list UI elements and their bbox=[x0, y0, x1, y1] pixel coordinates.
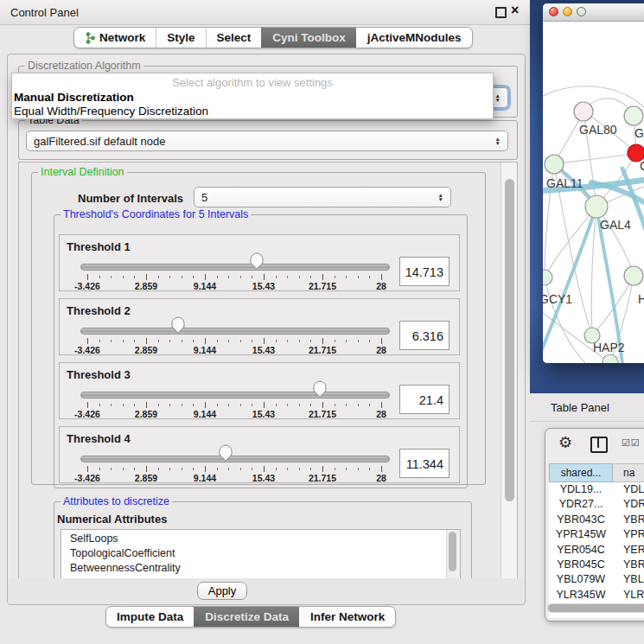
apply-row: Apply bbox=[8, 578, 523, 603]
slider-ticks bbox=[80, 274, 388, 281]
network-edge[interactable] bbox=[543, 86, 644, 108]
network-node[interactable] bbox=[624, 266, 643, 285]
close-traffic-light-icon[interactable] bbox=[549, 7, 558, 16]
tab-style[interactable]: Style bbox=[156, 28, 205, 48]
threshold-value-field[interactable]: 11.344 bbox=[399, 449, 450, 478]
tab-infer-network[interactable]: Infer Network bbox=[299, 607, 395, 627]
slider-thumb[interactable] bbox=[312, 380, 328, 398]
threshold-value-field[interactable]: 21.4 bbox=[399, 385, 450, 414]
table-row[interactable]: YBR043CYBR0 bbox=[549, 513, 644, 527]
table-row[interactable]: YLR345WYLR3 bbox=[549, 588, 644, 603]
attribute-item[interactable]: TopologicalCoefficient bbox=[61, 546, 446, 561]
threshold-4-panel: Threshold 4-3.4262.8599.14415.4321.71528… bbox=[59, 426, 460, 483]
table-data-group: Table Data galFiltered.sif default node … bbox=[18, 120, 518, 160]
list-scrollbar[interactable] bbox=[446, 530, 460, 579]
slider-thumb[interactable] bbox=[249, 252, 265, 270]
gear-icon[interactable]: ⚙ bbox=[558, 433, 572, 452]
table-data-value: galFiltered.sif default node bbox=[34, 135, 165, 148]
tab-cyni-toolbox[interactable]: Cyni Toolbox bbox=[261, 28, 356, 48]
table-row[interactable]: YDR27...YDR2 bbox=[549, 497, 644, 512]
bottom-tab-bar: Impute Data Discretize Data Infer Networ… bbox=[105, 606, 396, 628]
tab-jactivemnodules[interactable]: jActiveMNodules bbox=[356, 28, 472, 48]
slider-track[interactable] bbox=[80, 456, 390, 462]
table-hscrollbar[interactable] bbox=[547, 603, 644, 613]
threshold-label: Threshold 1 bbox=[67, 240, 131, 253]
table-row[interactable]: YPR145WYPR1 bbox=[549, 527, 644, 542]
column-header-shared[interactable]: shared... bbox=[549, 463, 613, 482]
apply-button[interactable]: Apply bbox=[197, 582, 247, 600]
combo-stepper-icon: ▲▼ bbox=[490, 137, 501, 146]
list-scrollbar-thumb[interactable] bbox=[449, 532, 456, 571]
option-manual-discretization[interactable]: Manual Discretization bbox=[14, 91, 134, 104]
attribute-item[interactable]: SelfLoops bbox=[61, 532, 446, 546]
top-tab-bar: Network Style Select Cyni Toolbox jActiv… bbox=[73, 27, 473, 48]
network-canvas[interactable]: GAL80GAGAL11CGAL4GCY1HHAP2 bbox=[543, 22, 644, 363]
network-node[interactable] bbox=[543, 270, 552, 285]
slider-track[interactable] bbox=[80, 264, 390, 271]
network-edge[interactable] bbox=[591, 207, 596, 335]
threshold-label: Threshold 4 bbox=[67, 432, 131, 445]
screen: Control Panel × Network Style Select Cyn… bbox=[0, 0, 644, 644]
node-label: GAL11 bbox=[546, 176, 583, 190]
close-icon[interactable]: × bbox=[511, 3, 519, 18]
node-label: C bbox=[640, 159, 644, 173]
tab-impute-data[interactable]: Impute Data bbox=[106, 607, 194, 627]
tab-network[interactable]: Network bbox=[74, 28, 156, 48]
control-panel: Control Panel × Network Style Select Cyn… bbox=[0, 0, 530, 644]
attribute-item[interactable]: BetweennessCentrality bbox=[61, 561, 446, 576]
settings-scrollbar[interactable] bbox=[501, 163, 518, 578]
table-header-row: shared... na bbox=[549, 463, 644, 482]
network-edge[interactable] bbox=[545, 277, 591, 363]
node-label: GAL4 bbox=[600, 218, 631, 232]
number-of-intervals-value: 5 bbox=[201, 191, 207, 204]
network-node[interactable] bbox=[545, 155, 564, 174]
threshold-value-field[interactable]: 6.316 bbox=[399, 321, 450, 350]
number-of-intervals-combobox[interactable]: 5 ▲▼ bbox=[194, 187, 451, 207]
network-view-window[interactable]: GAL80GAGAL11CGAL4GCY1HHAP2 bbox=[543, 3, 644, 363]
cyni-toolbox-panel: Discretization Algorithm ▲▼ Table Data g… bbox=[7, 54, 526, 605]
threshold-coordinates-title: Threshold's Coordinates for 5 Intervals bbox=[61, 208, 251, 220]
combo-stepper-icon: ▲▼ bbox=[433, 193, 443, 202]
table-panel-window: ⚙ ☑☑ shared... na YDL19...YDL1YDR27...YD… bbox=[545, 428, 644, 622]
table-row[interactable]: YDL19...YDL1 bbox=[549, 482, 644, 497]
slider-thumb[interactable] bbox=[218, 444, 233, 462]
minimize-traffic-light-icon[interactable] bbox=[563, 7, 572, 16]
network-node[interactable] bbox=[585, 195, 608, 218]
numerical-attributes-list[interactable]: SelfLoopsTopologicalCoefficientBetweenne… bbox=[61, 529, 461, 579]
network-edge[interactable] bbox=[554, 153, 636, 164]
node-label: H bbox=[638, 292, 644, 306]
network-node[interactable] bbox=[574, 102, 593, 121]
table-data-combobox[interactable]: galFiltered.sif default node ▲▼ bbox=[26, 131, 508, 151]
table-row[interactable]: YER054CYER0 bbox=[549, 543, 644, 558]
slider-scale-labels: -3.4262.8599.14415.4321.71528 bbox=[80, 409, 388, 419]
slider-thumb[interactable] bbox=[170, 316, 186, 334]
settings-scrollbar-thumb[interactable] bbox=[505, 179, 514, 501]
algorithm-placeholder-option[interactable]: Select algorithm to view settings bbox=[12, 76, 493, 89]
table-hscrollbar-thumb[interactable] bbox=[548, 604, 644, 612]
network-edge[interactable] bbox=[545, 207, 596, 277]
tab-discretize-data[interactable]: Discretize Data bbox=[194, 607, 299, 627]
float-window-icon[interactable] bbox=[495, 7, 507, 18]
column-header-name[interactable]: na bbox=[613, 463, 644, 482]
tab-select[interactable]: Select bbox=[206, 28, 262, 48]
node-label: GCY1 bbox=[543, 292, 572, 306]
tab-network-label: Network bbox=[99, 31, 145, 44]
panel-title: Control Panel bbox=[10, 6, 79, 19]
attributes-title: Attributes to discretize bbox=[61, 495, 172, 507]
node-table: shared... na YDL19...YDL1YDR27...YDR2YBR… bbox=[549, 463, 644, 618]
threshold-1-panel: Threshold 1-3.4262.8599.14415.4321.71528… bbox=[59, 234, 460, 291]
slider-track[interactable] bbox=[80, 392, 390, 399]
option-equal-width-frequency[interactable]: Equal Width/Frequency Discretization bbox=[14, 105, 208, 118]
checkbox-icons[interactable]: ☑☑ bbox=[622, 437, 641, 449]
table-row[interactable]: YBL079WYBL0 bbox=[549, 572, 644, 587]
split-columns-icon[interactable] bbox=[590, 437, 608, 453]
table-row[interactable]: YBR045CYBR0 bbox=[549, 558, 644, 572]
control-panel-titlebar: Control Panel × bbox=[0, 0, 530, 25]
threshold-value-field[interactable]: 14.713 bbox=[399, 257, 450, 286]
threshold-label: Threshold 3 bbox=[67, 368, 131, 381]
desktop-background: GAL80GAGAL11CGAL4GCY1HHAP2 bbox=[530, 0, 644, 393]
zoom-traffic-light-icon[interactable] bbox=[577, 7, 586, 16]
slider-track[interactable] bbox=[80, 328, 390, 335]
network-node[interactable] bbox=[624, 106, 643, 125]
network-node[interactable] bbox=[603, 354, 618, 363]
